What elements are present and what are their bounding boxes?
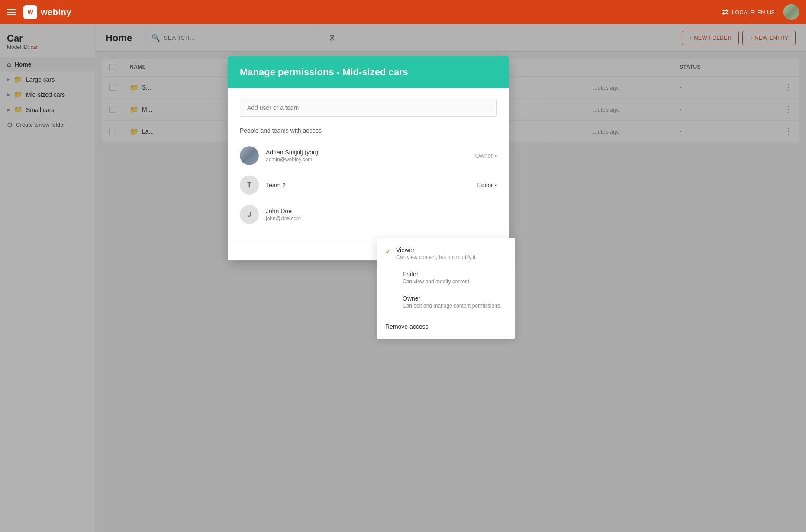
user-avatar-adrian	[240, 146, 259, 165]
dropdown-editor-label: Editor	[403, 271, 469, 278]
locale-label: LOCALE: EN-US	[732, 9, 775, 16]
chevron-down-icon: ▾	[495, 183, 497, 188]
dropdown-owner-desc: Can edit and manage content permissions	[403, 303, 500, 309]
add-user-input[interactable]	[240, 99, 497, 117]
dropdown-owner-label: Owner	[403, 295, 500, 302]
user-role-team2[interactable]: Editor ▾	[477, 182, 497, 189]
dropdown-viewer-desc: Can view content, but not modify it	[396, 254, 475, 260]
hamburger-menu[interactable]	[7, 9, 16, 15]
user-email-john: john@doe.com	[266, 215, 497, 221]
user-item-john: J John Doe john@doe.com	[240, 200, 497, 229]
logo-container: W webiny	[23, 5, 71, 19]
user-name-team2: Team 2	[266, 182, 470, 189]
user-list: Adrian Smijulj (you) admin@webiny.com Ow…	[240, 141, 497, 229]
navbar-right: ⇄ LOCALE: EN-US	[722, 4, 799, 20]
dropdown-viewer-label: Viewer	[396, 247, 475, 253]
chevron-down-icon: ▾	[495, 154, 497, 158]
avatar-image	[783, 4, 799, 20]
role-dropdown-menu: ✓ Viewer Can view content, but not modif…	[377, 238, 515, 339]
user-item-team2: T Team 2 Editor ▾	[240, 170, 497, 200]
user-info-adrian: Adrian Smijulj (you) admin@webiny.com	[266, 149, 468, 163]
user-info-team2: Team 2	[266, 182, 470, 189]
modal-header: Manage permissions - Mid-sized cars	[228, 56, 509, 88]
dropdown-divider	[377, 316, 515, 316]
dropdown-item-owner[interactable]: Owner Can edit and manage content permis…	[377, 290, 515, 314]
user-avatar-john: J	[240, 205, 259, 224]
checkmark-icon: ✓	[385, 247, 391, 256]
navbar: W webiny ⇄ LOCALE: EN-US	[0, 0, 806, 24]
translate-icon: ⇄	[722, 7, 729, 17]
logo-icon: W	[23, 5, 37, 19]
section-title: People and teams with access	[240, 127, 497, 134]
dropdown-item-editor[interactable]: Editor Can view and modify content	[377, 266, 515, 290]
avatar-photo	[240, 146, 259, 165]
modal-title: Manage permissions - Mid-sized cars	[240, 67, 497, 78]
dropdown-item-viewer[interactable]: ✓ Viewer Can view content, but not modif…	[377, 241, 515, 266]
dropdown-editor-desc: Can view and modify content	[403, 279, 469, 285]
user-info-john: John Doe john@doe.com	[266, 208, 497, 221]
user-item-adrian: Adrian Smijulj (you) admin@webiny.com Ow…	[240, 141, 497, 170]
user-avatar-team2: T	[240, 176, 259, 195]
dropdown-item-remove-access[interactable]: Remove access	[377, 318, 515, 335]
logo-text: webiny	[41, 7, 71, 17]
locale-button[interactable]: ⇄ LOCALE: EN-US	[722, 7, 775, 17]
user-avatar[interactable]	[783, 4, 799, 20]
user-name-adrian: Adrian Smijulj (you)	[266, 149, 468, 156]
modal-body: People and teams with access Adrian Smij…	[228, 88, 509, 240]
permissions-modal: Manage permissions - Mid-sized cars Peop…	[228, 56, 509, 260]
user-role-adrian: Owner ▾	[475, 152, 497, 159]
user-name-john: John Doe	[266, 208, 497, 215]
user-email-adrian: admin@webiny.com	[266, 157, 468, 163]
navbar-left: W webiny	[7, 5, 71, 19]
